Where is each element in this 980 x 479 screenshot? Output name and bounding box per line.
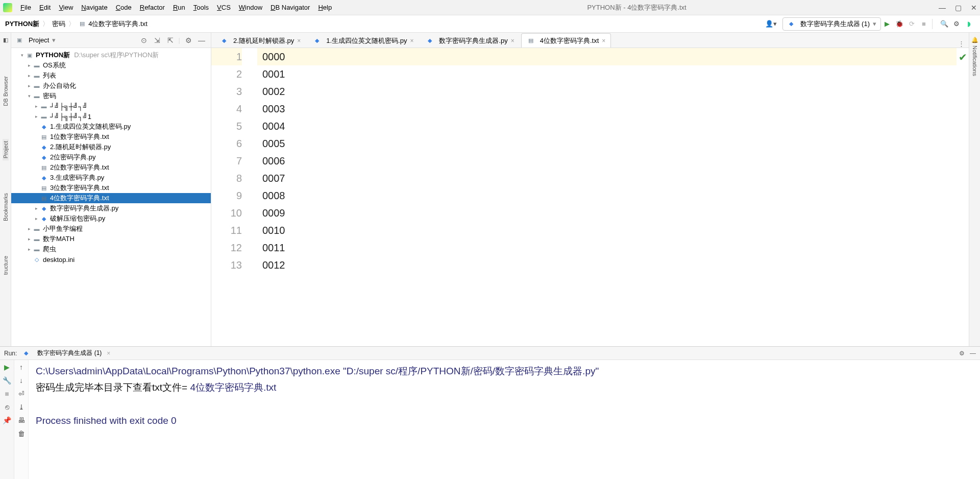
menu-item[interactable]: Run (170, 3, 188, 12)
tools-icon[interactable]: 🔧 (3, 376, 11, 385)
tree-row[interactable]: ▸▬小甲鱼学编程 (11, 224, 211, 234)
menu-item[interactable]: Tools (190, 3, 212, 12)
settings-icon[interactable]: ⚙ (950, 18, 963, 30)
exit-icon[interactable]: ⎋ (5, 403, 9, 411)
print-icon[interactable]: 🖶 (18, 416, 25, 424)
close-tab-icon[interactable]: × (107, 350, 110, 357)
tree-row[interactable]: ◆2位密码字典.py (11, 152, 211, 162)
tree-twist-icon[interactable]: ▸ (26, 83, 33, 88)
tree-twist-icon[interactable]: ▸ (33, 114, 40, 119)
pin-icon[interactable]: 📌 (3, 416, 11, 424)
tree-row[interactable]: ◆2.随机延时解锁器.py (11, 142, 211, 152)
soft-wrap-icon[interactable]: ⏎ (18, 390, 24, 398)
breadcrumb-file[interactable]: 4位数字密码字典.txt (88, 19, 148, 29)
menu-item[interactable]: VCS (214, 3, 234, 12)
project-tab[interactable]: Project (3, 139, 9, 160)
editor-tab[interactable]: ◆2.随机延时解锁器.py× (214, 33, 306, 47)
editor-tab[interactable]: ▤4位数字密码字典.txt× (521, 33, 611, 47)
inspection-ok-icon[interactable]: ✔ (959, 51, 967, 63)
tree-row[interactable]: ▸◆破解压缩包密码.py (11, 213, 211, 224)
rerun-icon[interactable]: ▶ (4, 363, 10, 371)
tree-twist-icon[interactable]: ▸ (26, 73, 33, 78)
menu-item[interactable]: File (17, 3, 34, 12)
hide-icon[interactable]: — (970, 350, 976, 357)
tree-twist-icon[interactable]: ▸ (33, 104, 40, 109)
gear-icon[interactable]: ⚙ (183, 36, 193, 44)
run-tab[interactable]: 数字密码字典生成器 (1) (37, 349, 102, 357)
menu-item[interactable]: DB Navigator (267, 3, 313, 12)
up-icon[interactable]: ↑ (19, 363, 23, 371)
tree-row[interactable]: ▸▬列表 (11, 70, 211, 81)
stop-icon[interactable]: ■ (5, 390, 9, 398)
tree-row[interactable]: ▸▬办公自动化 (11, 81, 211, 91)
more-tabs-icon[interactable]: ⋮ (958, 40, 965, 47)
tree-row[interactable]: ◆1.生成四位英文随机密码.py (11, 122, 211, 132)
tree-row[interactable]: ◆3.生成密码字典.py (11, 173, 211, 183)
menu-item[interactable]: Refactor (137, 3, 168, 12)
project-tree[interactable]: ▾▣PYTHON新D:\super sc\程序\PYTHON新▸▬OS系统▸▬列… (11, 48, 211, 346)
close-tab-icon[interactable]: × (602, 37, 605, 44)
tree-twist-icon[interactable]: ▾ (26, 93, 33, 99)
menu-item[interactable]: Edit (36, 3, 54, 12)
panel-title[interactable]: Project (29, 36, 49, 44)
maximize-icon[interactable]: ▢ (955, 4, 962, 12)
run-config-selector[interactable]: ◆ 数字密码字典生成器 (1) ▾ (782, 17, 881, 31)
tree-row[interactable]: ▤1位数字密码字典.txt (11, 132, 211, 142)
editor-body[interactable]: 12345678910111213 0000000100020003000400… (211, 48, 969, 346)
breadcrumb-folder[interactable]: 密码 (52, 19, 65, 29)
run-button[interactable]: ▶ (881, 18, 893, 30)
menu-item[interactable]: Help (315, 3, 335, 12)
stop-button[interactable]: ■ (918, 18, 930, 30)
tree-row[interactable]: ▤2位数字密码字典.txt (11, 162, 211, 173)
breadcrumb-root[interactable]: PYTHON新 (5, 19, 39, 29)
chevron-down-icon[interactable]: ▾ (52, 36, 56, 44)
down-icon[interactable]: ↓ (19, 376, 23, 385)
tree-row[interactable]: ▤4位数字密码字典.txt (11, 193, 211, 203)
debug-button[interactable]: 🐞 (893, 18, 905, 30)
close-tab-icon[interactable]: × (511, 37, 514, 44)
close-tab-icon[interactable]: × (297, 37, 301, 44)
tree-row[interactable]: ◇desktop.ini (11, 254, 211, 265)
gear-icon[interactable]: ⚙ (959, 350, 965, 357)
menu-item[interactable]: View (56, 3, 76, 12)
editor-tab[interactable]: ◆数字密码字典生成器.py× (420, 33, 520, 47)
ide-logo-icon[interactable]: ◗ (963, 18, 975, 30)
db-browser-tab[interactable]: DB Browser (3, 74, 9, 108)
tree-row[interactable]: ▾▬密码 (11, 91, 211, 101)
tree-row[interactable]: ▤3位数字密码字典.txt (11, 183, 211, 193)
close-icon[interactable]: ✕ (971, 4, 977, 12)
tree-row[interactable]: ▸▬┘╝├╗┼╝┐╝ (11, 101, 211, 111)
tree-twist-icon[interactable]: ▸ (33, 206, 40, 211)
coverage-button[interactable]: ⟳ (905, 18, 918, 30)
menu-item[interactable]: Code (113, 3, 135, 12)
tree-twist-icon[interactable]: ▸ (33, 216, 40, 221)
minimize-icon[interactable]: — (939, 4, 946, 12)
tree-row[interactable]: ▸▬数学MATH (11, 234, 211, 244)
expand-all-icon[interactable]: ⇲ (152, 36, 162, 44)
menu-item[interactable]: Window (236, 3, 265, 12)
tree-row[interactable]: ▸▬OS系统 (11, 60, 211, 70)
user-icon[interactable]: 👤▾ (765, 18, 777, 30)
tree-row[interactable]: ▸▬┘╝├╗┼╝┐╝1 (11, 111, 211, 122)
notifications-tab[interactable]: Notifications (972, 43, 978, 78)
bookmarks-tab[interactable]: Bookmarks (3, 191, 9, 223)
menu-item[interactable]: Navigate (78, 3, 110, 12)
tree-row[interactable]: ▸◆数字密码字典生成器.py (11, 203, 211, 213)
tree-row[interactable]: ▾▣PYTHON新D:\super sc\程序\PYTHON新 (11, 50, 211, 60)
tree-row[interactable]: ▸▬爬虫 (11, 244, 211, 254)
db-browser-tab-icon[interactable]: ◧ (3, 37, 8, 43)
collapse-all-icon[interactable]: ⇱ (165, 36, 176, 44)
code-content[interactable]: 0000000100020003000400050006000700080009… (257, 48, 957, 346)
tree-twist-icon[interactable]: ▸ (26, 226, 33, 231)
close-tab-icon[interactable]: × (410, 37, 413, 44)
select-open-file-icon[interactable]: ⊙ (139, 36, 149, 44)
tree-twist-icon[interactable]: ▾ (18, 53, 26, 58)
clear-icon[interactable]: 🗑 (18, 429, 25, 438)
scroll-end-icon[interactable]: ⤓ (18, 403, 24, 411)
console-output[interactable]: C:\Users\admin\AppData\Local\Programs\Py… (29, 360, 980, 479)
hide-icon[interactable]: — (197, 36, 207, 44)
editor-tab[interactable]: ◆1.生成四位英文随机密码.py× (307, 33, 419, 47)
tree-twist-icon[interactable]: ▸ (26, 247, 33, 252)
tree-twist-icon[interactable]: ▸ (26, 236, 33, 242)
search-icon[interactable]: 🔍 (938, 18, 950, 30)
